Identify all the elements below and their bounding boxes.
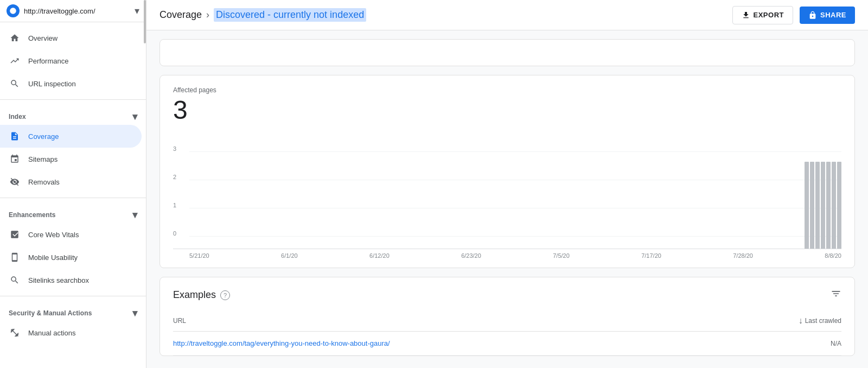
x-label-2: 6/12/20 xyxy=(369,252,390,259)
mobile-usability-icon xyxy=(9,251,21,263)
sitelinks-searchbox-icon xyxy=(9,274,21,286)
sidebar-item-overview[interactable]: Overview xyxy=(0,27,142,49)
bars-area xyxy=(189,141,841,249)
x-label-6: 7/28/20 xyxy=(733,252,753,259)
share-button[interactable]: SHARE xyxy=(800,7,855,24)
examples-title-row: Examples ? xyxy=(173,289,230,301)
topbar: Coverage › Discovered - currently not in… xyxy=(146,0,868,30)
breadcrumb-current: Discovered - currently not indexed xyxy=(214,8,366,22)
content-area: Affected pages 3 3 2 1 0 xyxy=(146,30,868,368)
manual-actions-icon xyxy=(9,327,21,339)
security-chevron-icon: ▾ xyxy=(132,307,137,319)
sidebar-item-url-inspection[interactable]: URL inspection xyxy=(0,72,142,95)
sidebar-item-sitelinks-searchbox[interactable]: Sitelinks searchbox xyxy=(0,269,142,291)
bar-group-7 xyxy=(837,162,841,249)
enhancements-section-label: Enhancements xyxy=(9,211,56,219)
topbar-actions: EXPORT SHARE xyxy=(732,6,855,24)
table-row: http://traveltoggle.com/tag/everything-y… xyxy=(173,332,841,356)
last-crawled-column-header: Last crawled xyxy=(805,317,841,325)
property-dropdown-icon[interactable]: ▾ xyxy=(135,5,139,17)
divider-1 xyxy=(0,99,146,100)
x-label-5: 7/17/20 xyxy=(641,252,661,259)
security-section-label: Security & Manual Actions xyxy=(9,309,92,317)
chart-area: 3 2 1 0 xyxy=(173,141,841,249)
bar-group-2 xyxy=(810,162,814,249)
top-stub-card xyxy=(159,39,855,66)
sidebar-header: http://traveltoggle.com/ ▾ xyxy=(0,0,146,22)
x-label-1: 6/1/20 xyxy=(281,252,298,259)
table-header: URL ↓ Last crawled xyxy=(173,310,841,332)
security-section-header[interactable]: Security & Manual Actions ▾ xyxy=(0,301,146,321)
share-label: SHARE xyxy=(820,11,846,19)
affected-pages-label: Affected pages xyxy=(173,86,841,94)
lock-icon xyxy=(808,11,817,20)
site-url: http://traveltoggle.com/ xyxy=(24,7,135,15)
bar-group-6 xyxy=(832,162,836,249)
bar-2 xyxy=(810,162,814,249)
url-column-header: URL xyxy=(173,317,186,325)
row-url[interactable]: http://traveltoggle.com/tag/everything-y… xyxy=(173,339,390,347)
sidebar-item-mobile-usability[interactable]: Mobile Usability xyxy=(0,246,142,269)
manual-actions-label: Manual actions xyxy=(28,329,75,337)
core-web-vitals-icon xyxy=(9,229,21,240)
coverage-label: Coverage xyxy=(28,132,59,141)
core-web-vitals-label: Core Web Vitals xyxy=(28,231,79,239)
home-icon xyxy=(9,32,21,44)
x-label-3: 6/23/20 xyxy=(461,252,481,259)
coverage-icon xyxy=(9,130,21,142)
enhancements-chevron-icon: ▾ xyxy=(132,209,137,221)
removals-label: Removals xyxy=(28,178,60,186)
sitemaps-label: Sitemaps xyxy=(28,155,58,163)
main-content: Coverage › Discovered - currently not in… xyxy=(146,0,868,368)
mobile-usability-label: Mobile Usability xyxy=(28,253,78,262)
sidebar-item-coverage[interactable]: Coverage xyxy=(0,125,142,148)
index-section-header[interactable]: Index ▾ xyxy=(0,104,146,125)
search-icon xyxy=(9,78,21,90)
bar-7 xyxy=(837,162,841,249)
bar-group-1 xyxy=(805,162,809,249)
svg-point-0 xyxy=(10,8,16,14)
last-crawled-header[interactable]: ↓ Last crawled xyxy=(799,316,841,326)
examples-card: Examples ? URL ↓ Last crawled xyxy=(159,277,855,356)
bar-4 xyxy=(821,162,825,249)
examples-title: Examples xyxy=(173,289,216,301)
breadcrumb-arrow-icon: › xyxy=(206,9,209,21)
bar-group-4 xyxy=(821,162,825,249)
index-section-label: Index xyxy=(9,113,26,120)
sitelinks-searchbox-label: Sitelinks searchbox xyxy=(28,276,89,284)
enhancements-section-header[interactable]: Enhancements ▾ xyxy=(0,202,146,223)
examples-help-icon[interactable]: ? xyxy=(220,290,230,300)
sidebar-item-manual-actions[interactable]: Manual actions xyxy=(0,321,142,344)
performance-label: Performance xyxy=(28,57,68,65)
bar-3 xyxy=(815,162,820,249)
sidebar-item-removals[interactable]: Removals xyxy=(0,170,142,193)
divider-3 xyxy=(0,296,146,296)
sidebar-item-performance[interactable]: Performance xyxy=(0,49,142,72)
chart-x-labels: 5/21/20 6/1/20 6/12/20 6/23/20 7/5/20 7/… xyxy=(173,249,841,268)
export-button[interactable]: EXPORT xyxy=(732,6,793,24)
sidebar-item-sitemaps[interactable]: Sitemaps xyxy=(0,148,142,170)
bar-1 xyxy=(805,162,809,249)
scrollbar-thumb[interactable] xyxy=(144,0,146,43)
url-inspection-label: URL inspection xyxy=(28,80,76,88)
sidebar: http://traveltoggle.com/ ▾ Overview Perf… xyxy=(0,0,146,368)
export-label: EXPORT xyxy=(754,11,784,19)
sidebar-item-core-web-vitals[interactable]: Core Web Vitals xyxy=(0,223,142,246)
bar-6 xyxy=(832,162,836,249)
chart-y-label-2: 2 xyxy=(173,174,176,180)
affected-pages-count: 3 xyxy=(173,97,841,123)
breadcrumb-parent: Coverage xyxy=(159,9,202,21)
filter-icon[interactable] xyxy=(831,288,841,302)
chart-y-label-3: 3 xyxy=(173,146,176,152)
performance-icon xyxy=(9,55,21,67)
sitemaps-icon xyxy=(9,153,21,165)
chart-y-label-1: 1 xyxy=(173,202,176,208)
examples-header: Examples ? xyxy=(173,288,841,302)
divider-2 xyxy=(0,198,146,198)
x-label-4: 7/5/20 xyxy=(553,252,570,259)
row-last-crawled: N/A xyxy=(831,340,841,347)
x-label-7: 8/8/20 xyxy=(825,252,841,259)
index-chevron-icon: ▾ xyxy=(132,111,137,123)
removals-icon xyxy=(9,176,21,188)
bar-5 xyxy=(826,162,831,249)
